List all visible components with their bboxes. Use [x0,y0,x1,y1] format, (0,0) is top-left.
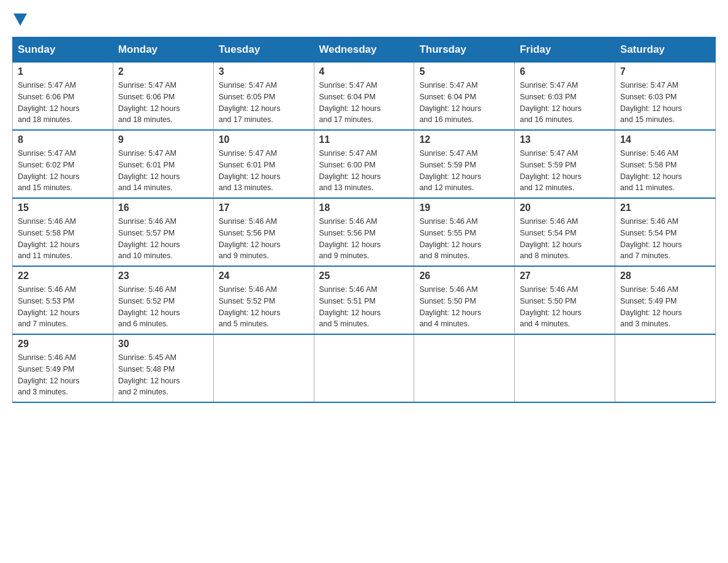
day-info: Sunrise: 5:46 AMSunset: 5:54 PMDaylight:… [620,216,710,262]
empty-cell [515,334,615,402]
weekday-header-saturday: Saturday [615,37,716,63]
calendar-day-29: 29Sunrise: 5:46 AMSunset: 5:49 PMDayligh… [13,334,113,402]
calendar-day-10: 10Sunrise: 5:47 AMSunset: 6:01 PMDayligh… [213,130,314,198]
day-info: Sunrise: 5:47 AMSunset: 6:01 PMDaylight:… [219,148,309,194]
calendar-day-12: 12Sunrise: 5:47 AMSunset: 5:59 PMDayligh… [414,130,515,198]
calendar-week-row: 15Sunrise: 5:46 AMSunset: 5:58 PMDayligh… [13,198,716,266]
calendar-day-25: 25Sunrise: 5:46 AMSunset: 5:51 PMDayligh… [314,266,414,334]
day-number: 7 [620,66,710,77]
day-info: Sunrise: 5:47 AMSunset: 6:06 PMDaylight:… [118,80,208,126]
weekday-header-wednesday: Wednesday [314,37,414,63]
day-info: Sunrise: 5:47 AMSunset: 6:01 PMDaylight:… [118,148,208,194]
day-number: 5 [419,66,509,77]
weekday-header-tuesday: Tuesday [213,37,314,63]
day-info: Sunrise: 5:46 AMSunset: 5:56 PMDaylight:… [319,216,409,262]
calendar-week-row: 1Sunrise: 5:47 AMSunset: 6:06 PMDaylight… [13,63,716,131]
calendar-day-17: 17Sunrise: 5:46 AMSunset: 5:56 PMDayligh… [213,198,314,266]
day-number: 6 [520,66,610,77]
day-number: 28 [620,270,710,282]
empty-cell [414,334,515,402]
day-info: Sunrise: 5:46 AMSunset: 5:56 PMDaylight:… [219,216,309,262]
day-number: 25 [319,270,409,282]
day-number: 24 [219,270,309,282]
calendar-day-7: 7Sunrise: 5:47 AMSunset: 6:03 PMDaylight… [615,63,716,131]
day-number: 4 [319,66,409,77]
day-info: Sunrise: 5:45 AMSunset: 5:48 PMDaylight:… [118,352,208,398]
day-info: Sunrise: 5:46 AMSunset: 5:51 PMDaylight:… [319,284,409,330]
calendar-day-2: 2Sunrise: 5:47 AMSunset: 6:06 PMDaylight… [113,63,213,131]
day-number: 9 [118,134,208,145]
calendar-week-row: 8Sunrise: 5:47 AMSunset: 6:02 PMDaylight… [13,130,716,198]
day-number: 14 [620,134,710,145]
weekday-header-monday: Monday [113,37,213,63]
empty-cell [213,334,314,402]
calendar-day-4: 4Sunrise: 5:47 AMSunset: 6:04 PMDaylight… [314,63,414,131]
day-info: Sunrise: 5:47 AMSunset: 6:00 PMDaylight:… [319,148,409,194]
empty-cell [314,334,414,402]
day-info: Sunrise: 5:46 AMSunset: 5:49 PMDaylight:… [620,284,710,330]
calendar-day-23: 23Sunrise: 5:46 AMSunset: 5:52 PMDayligh… [113,266,213,334]
day-info: Sunrise: 5:47 AMSunset: 6:02 PMDaylight:… [18,148,108,194]
calendar-header-row: SundayMondayTuesdayWednesdayThursdayFrid… [13,37,716,63]
calendar-day-16: 16Sunrise: 5:46 AMSunset: 5:57 PMDayligh… [113,198,213,266]
day-number: 19 [419,202,509,213]
day-info: Sunrise: 5:46 AMSunset: 5:52 PMDaylight:… [219,284,309,330]
weekday-header-thursday: Thursday [414,37,515,63]
day-info: Sunrise: 5:46 AMSunset: 5:49 PMDaylight:… [18,352,108,398]
calendar-day-18: 18Sunrise: 5:46 AMSunset: 5:56 PMDayligh… [314,198,414,266]
day-info: Sunrise: 5:46 AMSunset: 5:52 PMDaylight:… [118,284,208,330]
svg-marker-0 [13,13,27,26]
day-info: Sunrise: 5:47 AMSunset: 6:03 PMDaylight:… [520,80,610,126]
day-info: Sunrise: 5:47 AMSunset: 5:59 PMDaylight:… [520,148,610,194]
day-info: Sunrise: 5:46 AMSunset: 5:57 PMDaylight:… [118,216,208,262]
day-number: 12 [419,134,509,145]
calendar-day-28: 28Sunrise: 5:46 AMSunset: 5:49 PMDayligh… [615,266,716,334]
day-info: Sunrise: 5:47 AMSunset: 6:03 PMDaylight:… [620,80,710,126]
day-number: 11 [319,134,409,145]
calendar-day-9: 9Sunrise: 5:47 AMSunset: 6:01 PMDaylight… [113,130,213,198]
calendar-day-15: 15Sunrise: 5:46 AMSunset: 5:58 PMDayligh… [13,198,113,266]
day-info: Sunrise: 5:46 AMSunset: 5:54 PMDaylight:… [520,216,610,262]
calendar-day-6: 6Sunrise: 5:47 AMSunset: 6:03 PMDaylight… [515,63,615,131]
calendar-day-8: 8Sunrise: 5:47 AMSunset: 6:02 PMDaylight… [13,130,113,198]
day-number: 16 [118,202,208,213]
day-info: Sunrise: 5:47 AMSunset: 6:04 PMDaylight:… [419,80,509,126]
calendar-week-row: 22Sunrise: 5:46 AMSunset: 5:53 PMDayligh… [13,266,716,334]
calendar-day-1: 1Sunrise: 5:47 AMSunset: 6:06 PMDaylight… [13,63,113,131]
day-number: 2 [118,66,208,77]
logo-triangle-icon [13,13,27,27]
day-info: Sunrise: 5:47 AMSunset: 6:04 PMDaylight:… [319,80,409,126]
page-header [12,12,716,27]
day-number: 22 [18,270,108,282]
calendar-week-row: 29Sunrise: 5:46 AMSunset: 5:49 PMDayligh… [13,334,716,402]
day-number: 27 [520,270,610,282]
day-number: 26 [419,270,509,282]
day-info: Sunrise: 5:46 AMSunset: 5:58 PMDaylight:… [620,148,710,194]
day-info: Sunrise: 5:47 AMSunset: 6:06 PMDaylight:… [18,80,108,126]
day-info: Sunrise: 5:47 AMSunset: 5:59 PMDaylight:… [419,148,509,194]
calendar-day-27: 27Sunrise: 5:46 AMSunset: 5:50 PMDayligh… [515,266,615,334]
calendar-day-5: 5Sunrise: 5:47 AMSunset: 6:04 PMDaylight… [414,63,515,131]
day-info: Sunrise: 5:46 AMSunset: 5:53 PMDaylight:… [18,284,108,330]
day-info: Sunrise: 5:46 AMSunset: 5:58 PMDaylight:… [18,216,108,262]
day-number: 23 [118,270,208,282]
day-number: 30 [118,339,208,350]
day-number: 3 [219,66,309,77]
day-number: 15 [18,202,108,213]
calendar-table: SundayMondayTuesdayWednesdayThursdayFrid… [12,37,716,403]
day-info: Sunrise: 5:47 AMSunset: 6:05 PMDaylight:… [219,80,309,126]
calendar-day-24: 24Sunrise: 5:46 AMSunset: 5:52 PMDayligh… [213,266,314,334]
day-info: Sunrise: 5:46 AMSunset: 5:50 PMDaylight:… [520,284,610,330]
weekday-header-friday: Friday [515,37,615,63]
calendar-day-11: 11Sunrise: 5:47 AMSunset: 6:00 PMDayligh… [314,130,414,198]
day-number: 21 [620,202,710,213]
calendar-day-19: 19Sunrise: 5:46 AMSunset: 5:55 PMDayligh… [414,198,515,266]
logo [12,12,27,27]
empty-cell [615,334,716,402]
calendar-day-13: 13Sunrise: 5:47 AMSunset: 5:59 PMDayligh… [515,130,615,198]
calendar-day-30: 30Sunrise: 5:45 AMSunset: 5:48 PMDayligh… [113,334,213,402]
day-number: 29 [18,339,108,350]
calendar-day-22: 22Sunrise: 5:46 AMSunset: 5:53 PMDayligh… [13,266,113,334]
day-number: 17 [219,202,309,213]
calendar-day-14: 14Sunrise: 5:46 AMSunset: 5:58 PMDayligh… [615,130,716,198]
